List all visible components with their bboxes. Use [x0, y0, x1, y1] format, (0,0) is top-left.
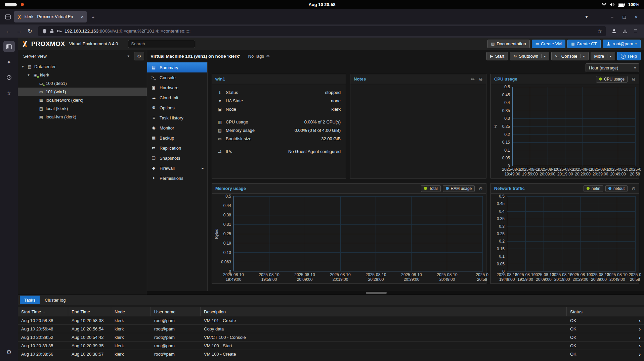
menu-button[interactable]: ≡	[631, 26, 641, 36]
row-chevron-icon[interactable]: ›	[639, 334, 641, 340]
reload-button[interactable]: ↻	[25, 26, 35, 36]
legend-item-total[interactable]: Total	[421, 185, 440, 192]
column-description[interactable]: Description	[201, 307, 567, 316]
cpu-collapse-icon[interactable]: ⊖	[632, 76, 636, 82]
row-chevron-icon[interactable]: ›	[639, 318, 641, 323]
firefox-view-button[interactable]	[3, 12, 13, 22]
column-status[interactable]: Status	[567, 307, 644, 316]
task-row[interactable]: Aug 10 20:39:52Aug 10 20:54:42klerkroot@…	[18, 333, 644, 342]
system-clock[interactable]: Aug 10 20:58	[85, 2, 559, 7]
workspace-dot[interactable]	[21, 3, 24, 6]
sidebar-toggle-button[interactable]	[3, 41, 15, 52]
row-chevron-icon[interactable]: ›	[639, 326, 641, 332]
task-cell-text: root@pam	[154, 343, 175, 348]
legend-item-netout[interactable]: netout	[605, 185, 628, 192]
notes-body[interactable]	[350, 84, 486, 178]
tree-item-datacenter[interactable]: ▾▤Datacenter	[18, 62, 147, 71]
legend-item-ram-usage[interactable]: RAM usage	[443, 185, 475, 192]
back-button[interactable]: ←	[3, 26, 13, 36]
tree-item-local-klerk-[interactable]: ▤local (klerk)	[18, 104, 147, 113]
task-row[interactable]: Aug 10 20:39:35Aug 10 20:39:35klerkroot@…	[18, 342, 644, 350]
url-bar[interactable]: 192.168.122.163:8006/#v1:0:=qemu%2F101:4…	[38, 26, 606, 36]
ai-chat-button[interactable]: ✦	[3, 56, 15, 68]
notes-collapse-icon[interactable]: ⊖	[479, 76, 483, 82]
tags-edit-icon[interactable]: ✏	[266, 54, 270, 59]
help-button[interactable]: ? Help	[617, 52, 641, 60]
downloads-button[interactable]	[620, 26, 630, 36]
memory-collapse-icon[interactable]: ⊖	[479, 186, 483, 191]
console-button[interactable]: >_ Console ▾	[551, 52, 588, 60]
tree-expander-icon[interactable]: ▾	[26, 73, 31, 77]
browser-tab[interactable]: klerk - Proxmox Virtual En ×	[14, 11, 87, 22]
notes-edit-icon[interactable]: ✏	[471, 76, 475, 82]
vm-menu-item-task-history[interactable]: ≡Task History	[147, 113, 207, 123]
tab-overflow-button[interactable]: ▾	[582, 12, 592, 22]
vm-menu-item-permissions[interactable]: ✦Permissions	[147, 173, 207, 183]
tree-item-100-deb1-[interactable]: ▭▶100 (deb1)	[18, 79, 147, 88]
bookmarks-button[interactable]: ☆	[3, 87, 15, 99]
vm-menu-item-hardware[interactable]: ▣Hardware	[147, 83, 207, 93]
row-chevron-icon[interactable]: ›	[639, 343, 641, 349]
shield-icon[interactable]	[42, 29, 47, 34]
history-button[interactable]	[3, 72, 15, 83]
key-icon[interactable]	[57, 29, 62, 34]
network-collapse-icon[interactable]: ⊖	[632, 186, 636, 191]
search-input[interactable]	[128, 40, 195, 48]
legend-color-dot	[599, 78, 602, 81]
vm-menu-item-backup[interactable]: ▦Backup	[147, 133, 207, 143]
bookmark-star-icon[interactable]: ☆	[598, 28, 602, 34]
new-tab-button[interactable]: +	[88, 12, 98, 22]
horizontal-scrollbar[interactable]	[147, 291, 644, 295]
tree-item-101-win1-[interactable]: ▭101 (win1)	[18, 88, 147, 96]
sidebar-settings-button[interactable]: ⚙	[3, 346, 15, 358]
tree-expander-icon[interactable]: ▾	[20, 64, 25, 69]
time-range-selector[interactable]: Hour (average) ▾	[586, 63, 639, 72]
shutdown-button[interactable]: ⊙ Shutdown ▾	[510, 52, 549, 60]
legend-item-cpu-usage[interactable]: CPU usage	[596, 76, 628, 83]
column-node[interactable]: Node	[111, 307, 151, 316]
forward-button[interactable]: →	[14, 26, 24, 36]
window-minimize-button[interactable]: −	[607, 12, 617, 22]
console-menu-caret-icon[interactable]: ▾	[581, 54, 585, 58]
create-vm-button[interactable]: ▭ Create VM	[532, 40, 566, 48]
scrollbar-thumb[interactable]	[366, 292, 387, 294]
tab-tasks[interactable]: Tasks	[20, 296, 40, 304]
tab-cluster-log[interactable]: Cluster log	[40, 296, 70, 304]
tree-item-klerk[interactable]: ▾▣klerk	[18, 71, 147, 79]
column-end-time[interactable]: End Time	[68, 307, 111, 316]
window-maximize-button[interactable]: □	[619, 12, 629, 22]
more-button[interactable]: More ▾	[591, 52, 615, 60]
vm-menu-item-replication[interactable]: ⇄Replication	[147, 143, 207, 153]
window-close-button[interactable]: ×	[631, 12, 641, 22]
system-tray[interactable]: 100%	[559, 2, 639, 7]
vm-menu-item-console[interactable]: >_Console	[147, 72, 207, 83]
tree-item-local-lvm-klerk-[interactable]: ▤local-lvm (klerk)	[18, 113, 147, 121]
url-path: :8006/#v1:0:=qemu%2F101:4::=contentIso::…	[98, 29, 190, 34]
create-ct-button[interactable]: ▦ Create CT	[567, 40, 600, 48]
tree-item-localnetwork-klerk-[interactable]: ▦localnetwork (klerk)	[18, 96, 147, 104]
view-mode-selector[interactable]: Server View ▾	[20, 52, 132, 60]
vm-menu-item-firewall[interactable]: ◆Firewall▸	[147, 163, 207, 173]
tree-settings-button[interactable]: ⚙	[134, 52, 144, 60]
legend-item-netin[interactable]: netin	[584, 185, 603, 192]
vm-menu-item-cloud-init[interactable]: ☁Cloud-Init	[147, 93, 207, 103]
row-chevron-icon[interactable]: ›	[639, 351, 641, 357]
task-row[interactable]: Aug 10 20:56:48Aug 10 20:56:54klerkroot@…	[18, 325, 644, 333]
account-button[interactable]	[609, 26, 619, 36]
task-row[interactable]: Aug 10 20:58:38Aug 10 20:58:38klerkroot@…	[18, 316, 644, 325]
column-start-time[interactable]: Start Time ↓	[18, 307, 68, 316]
task-row[interactable]: Aug 10 20:38:56Aug 10 20:38:57klerkroot@…	[18, 350, 644, 358]
documentation-button[interactable]: ▤ Documentation	[487, 40, 530, 48]
tab-close-icon[interactable]: ×	[81, 14, 84, 19]
vm-menu-item-summary[interactable]: ▤Summary	[147, 62, 207, 72]
lock-icon[interactable]	[50, 29, 54, 34]
start-button[interactable]: ▶ Start	[486, 52, 508, 60]
vm-menu-item-snapshots[interactable]: ❏Snapshots	[147, 153, 207, 163]
column-user-name[interactable]: User name	[151, 307, 201, 316]
vm-menu-item-options[interactable]: ⚙Options	[147, 103, 207, 113]
activities-pill[interactable]	[5, 3, 17, 6]
shutdown-menu-caret-icon[interactable]: ▾	[541, 54, 546, 58]
user-menu-button[interactable]: root@pam ▾	[603, 40, 641, 48]
vm-menu-item-monitor[interactable]: ◉Monitor	[147, 123, 207, 133]
y-tick-label: 0.44	[223, 203, 231, 208]
